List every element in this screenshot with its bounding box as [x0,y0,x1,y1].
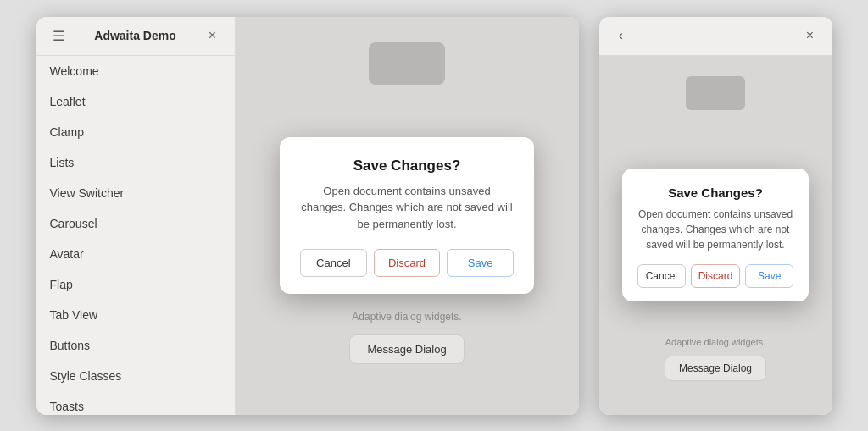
right-below-dialog-area: Adaptive dialog widgets. Message Dialog [622,337,809,381]
right-close-button[interactable]: × [798,24,822,47]
main-content: Save Changes? Open document contains uns… [236,17,579,415]
sidebar-item-carousel[interactable]: Carousel [36,208,235,239]
app-title: Adwaita Demo [70,29,201,42]
right-window: ‹ × Save Changes? Open document contains… [599,17,832,415]
right-dialog-buttons: Cancel Discard Save [637,264,793,288]
right-below-text: Adaptive dialog widgets. [622,337,809,347]
below-dialog-area: Adaptive dialog widgets. Message Dialog [297,311,517,364]
sidebar: ☰ Adwaita Demo × Welcome Leaflet Clamp L… [36,17,236,415]
discard-button[interactable]: Discard [374,249,441,277]
sidebar-item-flap[interactable]: Flap [36,269,235,300]
close-icon: × [209,28,216,43]
hamburger-icon: ☰ [53,28,64,44]
sidebar-item-view-switcher[interactable]: View Switcher [36,178,235,208]
hamburger-button[interactable]: ☰ [47,24,70,47]
cancel-button[interactable]: Cancel [300,249,367,277]
right-discard-button[interactable]: Discard [691,264,741,288]
dialog-body: Open document contains unsaved changes. … [300,183,514,233]
right-message-dialog-button[interactable]: Message Dialog [665,356,766,381]
right-save-dialog: Save Changes? Open document contains uns… [622,169,809,301]
save-dialog: Save Changes? Open document contains uns… [280,137,534,295]
left-titlebar: ☰ Adwaita Demo × [36,17,235,56]
sidebar-item-style-classes[interactable]: Style Classes [36,361,235,391]
right-dialog-title: Save Changes? [637,185,793,200]
sidebar-item-avatar[interactable]: Avatar [36,239,235,269]
sidebar-item-toasts[interactable]: Toasts [36,391,235,415]
dialog-buttons: Cancel Discard Save [300,249,514,277]
message-dialog-button[interactable]: Message Dialog [349,334,464,364]
sidebar-item-tab-view[interactable]: Tab View [36,300,235,330]
back-icon: ‹ [619,28,623,43]
right-main: Save Changes? Open document contains uns… [599,56,832,415]
below-dialog-text: Adaptive dialog widgets. [297,311,517,323]
right-save-button[interactable]: Save [745,264,793,288]
sidebar-item-buttons[interactable]: Buttons [36,330,235,361]
right-close-icon: × [806,28,814,43]
save-button[interactable]: Save [447,249,514,277]
sidebar-item-welcome[interactable]: Welcome [36,56,235,86]
left-window: ☰ Adwaita Demo × Welcome Leaflet Clamp L… [36,17,579,415]
right-dialog-body: Open document contains unsaved changes. … [637,207,793,252]
sidebar-item-clamp[interactable]: Clamp [36,117,235,147]
close-button[interactable]: × [201,24,225,47]
right-titlebar: ‹ × [599,17,832,56]
back-button[interactable]: ‹ [609,24,633,47]
sidebar-item-leaflet[interactable]: Leaflet [36,86,235,117]
right-cancel-button[interactable]: Cancel [637,264,686,288]
sidebar-item-lists[interactable]: Lists [36,147,235,178]
dialog-title: Save Changes? [300,157,514,174]
